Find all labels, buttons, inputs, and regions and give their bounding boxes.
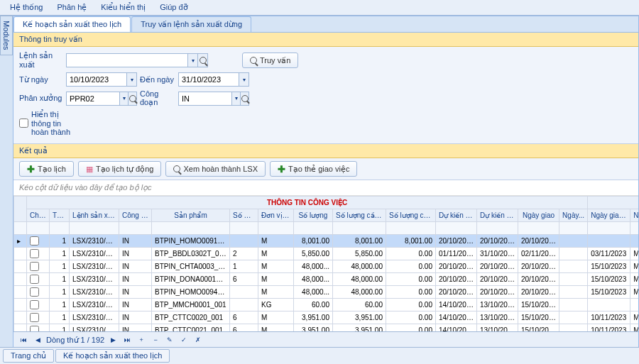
- cell-n2: 10/11/2023: [588, 311, 630, 324]
- lenh-field[interactable]: ▾: [66, 53, 208, 67]
- filter-cell[interactable]: [630, 222, 638, 235]
- phanxuong-label: Phân xưởng: [19, 94, 63, 103]
- taothegiaoviec-button[interactable]: ✚Tạo thẻ giao việc: [270, 161, 357, 177]
- cell-tt: 1: [50, 273, 70, 286]
- pager-next[interactable]: ▶: [107, 334, 119, 346]
- row-checkbox[interactable]: [30, 262, 39, 271]
- filter-cell[interactable]: [70, 222, 119, 235]
- row-checkbox[interactable]: [30, 326, 39, 331]
- col-header[interactable]: Số Màu: [230, 209, 258, 222]
- tab-truyvan[interactable]: Truy vấn lệnh sản xuất dừng: [131, 16, 251, 32]
- denngay-label: Đến ngày: [140, 75, 175, 84]
- col-header[interactable]: Dự kiến ho...: [436, 209, 477, 222]
- tungay-trigger[interactable]: ▾: [126, 73, 136, 86]
- table-row[interactable]: 1LSX/2310/260INBTP_BBDL0302T_0012M5,850.…: [14, 248, 639, 260]
- table-row[interactable]: ▸1LSX/2310/253INBTPIN_HOMO0091_001M8,001…: [14, 235, 639, 248]
- filter-cell[interactable]: [436, 222, 477, 235]
- modules-sidebar-tab[interactable]: Modules: [0, 16, 13, 55]
- pager-cancel[interactable]: ✗: [192, 334, 204, 346]
- truyvan-button[interactable]: Truy vấn: [242, 53, 298, 68]
- pager-check[interactable]: ✓: [178, 334, 190, 346]
- plus-icon: ✚: [278, 164, 285, 175]
- filter-cell[interactable]: [559, 222, 588, 235]
- col-header[interactable]: Dự kiến b...: [477, 209, 518, 222]
- status-current[interactable]: Kế hoạch sản xuất theo lịch: [55, 349, 170, 363]
- table-row[interactable]: 1LSX/2310/274INBTP_CTTC0020_0016M3,951.0…: [14, 311, 639, 324]
- menu-giupdo[interactable]: Giúp đỡ: [153, 1, 195, 14]
- congdoan-search[interactable]: [240, 92, 248, 105]
- cell-dvt: M: [258, 286, 294, 299]
- taolichtudong-button[interactable]: ▦Tạo lịch tự động: [78, 161, 161, 177]
- col-header[interactable]: Nguồn lực: [630, 209, 638, 222]
- col-header[interactable]: Chọn: [27, 209, 50, 222]
- cell-slcl: 0.00: [386, 286, 436, 299]
- row-checkbox[interactable]: [30, 300, 39, 309]
- filter-cell[interactable]: [119, 222, 152, 235]
- table-row[interactable]: 1LSX/2310/269INBTPIN_CHTA0003_0011M48,00…: [14, 260, 639, 273]
- phanxuong-search[interactable]: [128, 92, 136, 105]
- pager-edit[interactable]: ✎: [164, 334, 175, 346]
- filter-cell[interactable]: [50, 222, 70, 235]
- phanxuong-dropdown[interactable]: ▾: [119, 92, 128, 105]
- lenh-trigger-dropdown[interactable]: ▾: [187, 54, 197, 67]
- filter-cell[interactable]: [152, 222, 230, 235]
- phanxuong-field[interactable]: ▾: [66, 92, 137, 106]
- col-header[interactable]: Ngày giao: [518, 209, 559, 222]
- phanxuong-input[interactable]: [67, 92, 119, 105]
- xemhoanthanh-button[interactable]: Xem hoàn thành LSX: [165, 161, 266, 177]
- hienthi-checkbox[interactable]: [19, 118, 28, 128]
- congdoan-dropdown[interactable]: ▾: [231, 92, 240, 105]
- col-header[interactable]: Số lượng: [294, 209, 333, 222]
- menu-phanhe[interactable]: Phân hệ: [50, 1, 94, 14]
- cell-dkb: 13/10/2023: [477, 299, 518, 311]
- pager-last[interactable]: ⏭: [121, 334, 133, 346]
- lenh-input[interactable]: [67, 54, 187, 67]
- col-header[interactable]: Ngày...: [559, 209, 588, 222]
- menu-hethong[interactable]: Hệ thống: [3, 1, 50, 14]
- tungay-field[interactable]: ▾: [66, 72, 137, 87]
- col-header[interactable]: Số lượng còn lại: [386, 209, 436, 222]
- filter-cell[interactable]: [27, 222, 50, 235]
- col-header[interactable]: Công đoạn: [119, 209, 152, 222]
- filter-cell[interactable]: [230, 222, 258, 235]
- filter-cell[interactable]: [386, 222, 436, 235]
- pager-prev[interactable]: ◀: [32, 334, 43, 346]
- filter-cell[interactable]: [588, 222, 630, 235]
- tab-kehoach[interactable]: Kế hoạch sản xuất theo lịch: [13, 16, 131, 32]
- status-home[interactable]: Trang chủ: [3, 349, 54, 363]
- denngay-input[interactable]: [179, 73, 239, 86]
- filter-cell[interactable]: [294, 222, 333, 235]
- taolich-button[interactable]: ✚Tạo lịch: [19, 161, 74, 177]
- col-header[interactable]: Lệnh sản xuất: [70, 209, 119, 222]
- filter-cell[interactable]: [518, 222, 559, 235]
- row-checkbox[interactable]: [30, 313, 39, 322]
- pager-first[interactable]: ⏮: [18, 334, 29, 346]
- denngay-field[interactable]: ▾: [178, 72, 249, 87]
- congdoan-field[interactable]: ▾: [178, 92, 249, 106]
- col-header[interactable]: Đơn vị tính: [258, 209, 294, 222]
- table-row[interactable]: 1LSX/2310/273INBTP_MMCH0001_001KG60.0060…: [14, 299, 639, 311]
- table-row[interactable]: 1LSX/2310/271INBTPIN_DONA0001_0016M48,00…: [14, 273, 639, 286]
- row-checkbox[interactable]: [30, 249, 39, 258]
- menu-kieuhienthi[interactable]: Kiểu hiển thị: [94, 1, 153, 14]
- denngay-trigger[interactable]: ▾: [239, 73, 248, 86]
- col-header[interactable]: TT...: [50, 209, 70, 222]
- pager-remove[interactable]: −: [150, 334, 161, 346]
- filter-cell[interactable]: [477, 222, 518, 235]
- row-checkbox[interactable]: [30, 236, 39, 246]
- main-panel: Kế hoạch sản xuất theo lịch Truy vấn lện…: [13, 16, 639, 363]
- col-header[interactable]: Sản phẩm: [152, 209, 230, 222]
- filter-cell[interactable]: [258, 222, 294, 235]
- col-header[interactable]: Ngày giao...: [588, 209, 630, 222]
- congdoan-input[interactable]: [179, 92, 231, 105]
- grid[interactable]: THÔNG TIN CÔNG VIỆC THÔNG TIN NGUỒN LỰC …: [13, 196, 638, 331]
- row-checkbox[interactable]: [30, 287, 39, 297]
- filter-cell[interactable]: [333, 222, 386, 235]
- lenh-trigger-search[interactable]: [197, 54, 207, 67]
- row-checkbox[interactable]: [30, 275, 39, 284]
- tungay-input[interactable]: [67, 73, 126, 86]
- pager-add[interactable]: +: [136, 334, 147, 346]
- col-header[interactable]: Số lượng cần sả...: [333, 209, 386, 222]
- table-row[interactable]: 1LSX/2310/275INBTP_CTTC0021_0016M3,951.0…: [14, 324, 639, 332]
- table-row[interactable]: 1LSX/2310/272INBTPIN_HOMO0094_001M48,000…: [14, 286, 639, 299]
